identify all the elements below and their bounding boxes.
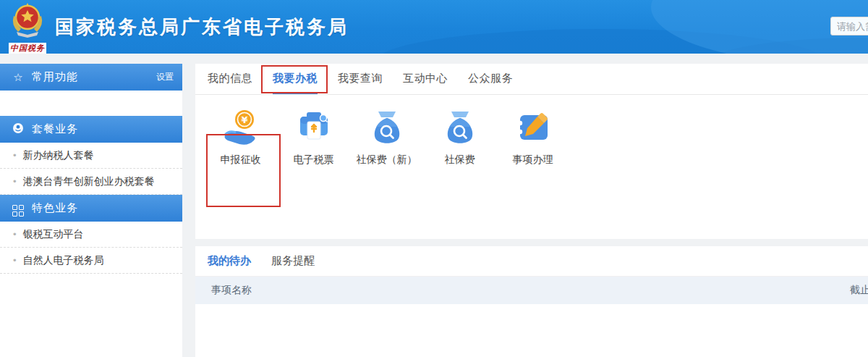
main-panel: 我的信息 我要办税 我要查询 互动中心 公众服务 ¥ 申报征收: [195, 64, 868, 239]
package-icon: [12, 122, 25, 136]
money-bag-search-icon: [369, 109, 405, 146]
hand-coin-icon: ¥: [222, 109, 260, 146]
tab-my-info[interactable]: 我的信息: [208, 64, 252, 94]
sidebar-item-natural-person-etax[interactable]: • 自然人电子税务局: [0, 248, 182, 274]
sidebar-item-bank-tax-platform[interactable]: • 银税互动平台: [0, 222, 182, 248]
tab-service-reminder[interactable]: 服务提醒: [271, 246, 315, 276]
service-social-insurance-fee-new[interactable]: 社保费（新）: [350, 109, 423, 167]
service-label: 社保费（新）: [350, 154, 423, 167]
tab-public-services[interactable]: 公众服务: [468, 64, 513, 94]
ticket-edit-icon: [515, 109, 551, 146]
todo-panel: 我的待办 服务提醒 事项名称 截止日期: [195, 246, 868, 357]
header-search-input[interactable]: [830, 17, 868, 35]
sidebar-section-label: 常用功能: [32, 70, 156, 84]
service-declaration-collection[interactable]: ¥ 申报征收: [204, 109, 277, 167]
site-title: 国家税务总局广东省电子税务局: [55, 14, 349, 40]
tab-inquiry[interactable]: 我要查询: [338, 64, 383, 94]
tab-tax-handling[interactable]: 我要办税: [273, 64, 318, 94]
service-label: 电子税票: [277, 154, 350, 167]
tab-my-todo[interactable]: 我的待办: [208, 246, 251, 276]
sidebar-item-label: 港澳台青年创新创业办税套餐: [23, 175, 155, 188]
column-matter-name: 事项名称: [195, 284, 252, 297]
service-label: 社保费: [423, 154, 496, 167]
service-label: 申报征收: [204, 154, 277, 167]
todo-table-header: 事项名称 截止日期: [195, 277, 868, 304]
tax-emblem-icon: [9, 1, 46, 38]
sidebar-item-new-taxpayer-package[interactable]: • 新办纳税人套餐: [0, 143, 182, 169]
bullet-icon: •: [13, 229, 17, 240]
sidebar-item-label: 自然人电子税务局: [23, 254, 104, 267]
svg-text:¥: ¥: [241, 114, 247, 125]
sidebar-spacer: [0, 91, 182, 116]
sidebar-section-common-functions[interactable]: ☆ 常用功能 设置: [0, 64, 182, 91]
main-tabs: 我的信息 我要办税 我要查询 互动中心 公众服务: [195, 64, 868, 95]
tax-receipt-printer-icon: [296, 109, 332, 146]
star-icon: ☆: [12, 71, 25, 84]
todo-tabs: 我的待办 服务提醒: [195, 246, 868, 277]
sidebar-item-hk-macau-taiwan-youth-package[interactable]: • 港澳台青年创新创业办税套餐: [0, 169, 182, 195]
sidebar-section-label: 套餐业务: [32, 122, 174, 136]
service-electronic-tax-receipt[interactable]: 电子税票: [277, 109, 350, 167]
money-bag-search-icon: [442, 109, 478, 146]
bullet-icon: •: [13, 150, 17, 161]
logo-caption: 中国税务: [9, 43, 46, 54]
sidebar-section-label: 特色业务: [32, 201, 174, 215]
sidebar: ☆ 常用功能 设置 套餐业务 • 新办纳税人套餐 • 港澳台青年创新创业办税套餐…: [0, 64, 182, 357]
column-deadline: 截止日期: [850, 284, 868, 297]
app-header: 中国税务 国家税务总局广东省电子税务局: [0, 0, 868, 54]
service-matter-handling[interactable]: 事项办理: [496, 109, 569, 167]
service-label: 事项办理: [496, 154, 569, 167]
service-grid: ¥ 申报征收 电子税票: [195, 95, 868, 167]
bullet-icon: •: [13, 176, 17, 187]
sidebar-section-package-services[interactable]: 套餐业务: [0, 116, 182, 143]
brand-logo: 中国税务: [7, 1, 48, 54]
sidebar-item-label: 银税互动平台: [23, 228, 84, 241]
page: { "header": { "title": "国家税务总局广东省电子税务局",…: [0, 0, 868, 357]
tab-interaction-center[interactable]: 互动中心: [403, 64, 448, 94]
bullet-icon: •: [13, 255, 17, 266]
settings-link[interactable]: 设置: [156, 71, 174, 83]
sidebar-item-label: 新办纳税人套餐: [23, 149, 94, 162]
sidebar-section-special-services[interactable]: 特色业务: [0, 195, 182, 222]
service-social-insurance-fee[interactable]: 社保费: [423, 109, 496, 167]
grid-icon: [12, 200, 25, 217]
